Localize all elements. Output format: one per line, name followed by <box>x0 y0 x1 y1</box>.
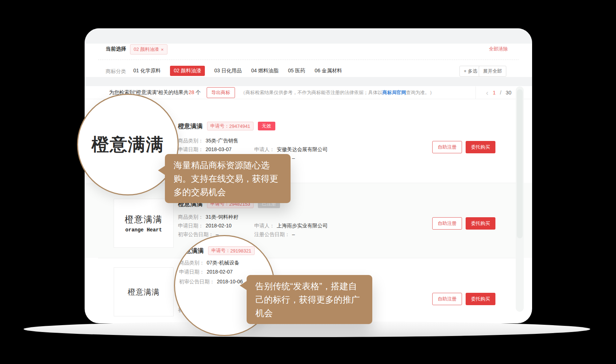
results-summary-suffix: 个 <box>194 89 201 95</box>
tooltip-arrow-left-icon <box>240 281 247 290</box>
entrust-buy-button[interactable]: 委托购买 <box>466 141 495 153</box>
row-2-actions: 自助注册 委托购买 <box>432 217 495 230</box>
section-gap <box>85 77 532 86</box>
magnified-trademark-text: 橙意满满 <box>92 133 164 156</box>
apply-date-value: 2018-03-07 <box>206 146 232 153</box>
divider-dashed <box>98 60 519 60</box>
first-trial-label: 初审公告日期： <box>178 231 214 238</box>
tooltip-marketplace: 海量精品商标资源随心选购。支持在线交易，获得更多的交易机会 <box>165 154 291 203</box>
application-no-tag: 申请号：29198321 <box>208 246 255 255</box>
page-prev-icon[interactable]: ‹ <box>486 89 489 96</box>
category-value: 31类-饲料种籽 <box>206 214 238 221</box>
scrollbar-thumb[interactable] <box>517 89 523 238</box>
reg-date-label: 注册公告日期： <box>254 231 290 238</box>
category-label: 商品类别： <box>178 214 203 221</box>
apply-date-label: 申请日期： <box>178 146 203 153</box>
current-selection-label: 当前选择 <box>106 46 126 52</box>
disclaimer-prefix: （商标检索结果仅供参考，不作为商标能否注册的法律依据；具体以 <box>241 90 382 95</box>
screen-top-strip <box>85 28 532 44</box>
category-item-03[interactable]: 03 日化用品 <box>214 68 242 74</box>
pagination: ‹ 1 / 30 › <box>475 86 518 99</box>
row-2-apply-date: 申请日期： 2018-02-10 <box>178 223 232 229</box>
clear-all-button[interactable]: 全部清除 <box>489 46 508 52</box>
tooltip-text: 海量精品商标资源随心选购。支持在线交易，获得更多的交易机会 <box>174 160 278 197</box>
trademark-image-row-3[interactable]: 橙意满满 <box>114 267 174 316</box>
category-value: 35类-广告销售 <box>206 138 238 144</box>
results-header: 为您检索到“橙意满满”相关的结果共28 个 导出商标 （商标检索结果仅供参考，不… <box>109 86 434 99</box>
applicant-label: 申请人： <box>254 223 275 229</box>
tooltip-arrow-left-icon <box>158 166 165 175</box>
application-no-label: 申请号： <box>211 247 230 254</box>
self-register-button[interactable]: 自助注册 <box>432 141 462 153</box>
application-no-value: 29474941 <box>229 124 250 129</box>
category-item-06[interactable]: 06 金属材料 <box>315 68 342 74</box>
multi-select-button[interactable]: + 多选 <box>459 66 482 77</box>
category-item-02-selected[interactable]: 02 颜料油漆 <box>170 66 204 76</box>
lens-row-3-first-trial: 初审公告日期： 2018-10-06 <box>179 279 243 285</box>
category-row-label: 商标分类 <box>106 68 126 75</box>
trademark-image-subtext: orange Heart <box>125 227 162 233</box>
page-current: 1 <box>493 90 496 96</box>
entrust-buy-button[interactable]: 委托购买 <box>466 293 495 305</box>
row-1-applicant: 申请人： 安徽美达会展有限公司 <box>254 146 328 153</box>
reg-date-value: – <box>292 155 295 162</box>
row-2-reg-date: 注册公告日期： – <box>254 231 295 238</box>
lens-row-3-category: 商品类别： 07类-机械设备 <box>179 260 239 266</box>
magnifier-circle-1: 橙意满满 <box>77 94 179 195</box>
apply-date-label: 申请日期： <box>179 269 204 275</box>
selected-filter-tag-label: 02 颜料油漆 <box>134 46 159 53</box>
first-trial-value: 2018-10-06 <box>217 279 243 285</box>
applicant-value: 安徽美达会展有限公司 <box>277 146 328 153</box>
applicant-value: 上海雨步实业有限公司 <box>277 223 328 229</box>
apply-date-value: 2018-02-07 <box>207 269 233 275</box>
applicant-label: 申请人： <box>254 146 275 153</box>
export-trademark-button[interactable]: 导出商标 <box>207 87 235 98</box>
page-total: 30 <box>506 90 511 96</box>
self-register-button[interactable]: 自助注册 <box>432 217 462 230</box>
trademark-image-text: 橙意满满 <box>128 287 160 297</box>
category-list: 01 化学原料 02 颜料油漆 03 日化用品 04 燃料油脂 05 医药 06… <box>133 66 342 76</box>
lens-row-3-title: 橙意满满 申请号：29198321 <box>179 246 255 255</box>
row-2-category-line: 商品类别： 31类-饲料种籽 <box>178 214 238 221</box>
lens-row-3-apply-date: 申请日期： 2018-02-07 <box>179 269 233 275</box>
expand-all-button[interactable]: 展开全部 <box>479 66 506 77</box>
trademark-office-link[interactable]: 商标局官网 <box>382 90 406 95</box>
category-item-01[interactable]: 01 化学原料 <box>133 68 161 74</box>
trademark-image-row-2[interactable]: 橙意满满 orange Heart <box>114 199 174 248</box>
entrust-buy-button[interactable]: 委托购买 <box>466 217 495 230</box>
category-label: 商品类别： <box>178 138 203 144</box>
category-item-05[interactable]: 05 医药 <box>288 68 305 74</box>
page-separator: / <box>500 90 501 96</box>
results-count: 28 <box>189 89 194 95</box>
stage: 当前选择 02 颜料油漆 × 全部清除 商标分类 01 化学原料 02 颜料油漆… <box>0 0 616 364</box>
row-1-actions: 自助注册 委托购买 <box>432 141 495 153</box>
row-divider-2 <box>98 258 516 258</box>
application-no-label: 申请号： <box>210 123 229 129</box>
results-disclaimer: （商标检索结果仅供参考，不作为商标能否注册的法律依据；具体以商标局官网查询为准。… <box>241 89 434 96</box>
self-register-button[interactable]: 自助注册 <box>432 293 462 305</box>
disclaimer-suffix: 查询为准。） <box>406 90 434 95</box>
status-badge: 无效 <box>258 122 275 130</box>
row-1-apply-date: 申请日期： 2018-03-07 <box>178 146 232 153</box>
trademark-image-text: 橙意满满 <box>125 214 163 225</box>
selected-filter-tag[interactable]: 02 颜料油漆 × <box>130 44 167 54</box>
results-header-divider <box>85 99 532 99</box>
category-item-04[interactable]: 04 燃料油脂 <box>251 68 278 74</box>
trademark-name[interactable]: 橙意满满 <box>178 122 203 130</box>
tag-close-icon[interactable]: × <box>161 47 164 52</box>
application-no-value: 29198321 <box>230 248 251 254</box>
row-1-category-line: 商品类别： 35类-广告销售 <box>178 138 238 144</box>
category-label: 商品类别： <box>179 260 204 266</box>
first-trial-label: 初审公告日期： <box>179 279 215 285</box>
table-row-1-title: 橙意满满 申请号：29474941 无效 <box>178 122 275 130</box>
apply-date-value: 2018-02-10 <box>206 223 232 229</box>
tooltip-promotion: 告别传统“发表格”，搭建自己的标行，获得更多的推广机会 <box>247 275 372 324</box>
scrollbar-track[interactable] <box>516 86 524 312</box>
row-2-applicant: 申请人： 上海雨步实业有限公司 <box>254 223 328 229</box>
apply-date-label: 申请日期： <box>178 223 203 229</box>
row-3-actions: 自助注册 委托购买 <box>432 293 495 305</box>
reg-date-value: – <box>292 231 295 238</box>
application-no-tag: 申请号：29474941 <box>207 122 254 130</box>
tooltip-text: 告别传统“发表格”，搭建自己的标行，获得更多的推广机会 <box>255 281 360 318</box>
category-value: 07类-机械设备 <box>207 260 239 266</box>
